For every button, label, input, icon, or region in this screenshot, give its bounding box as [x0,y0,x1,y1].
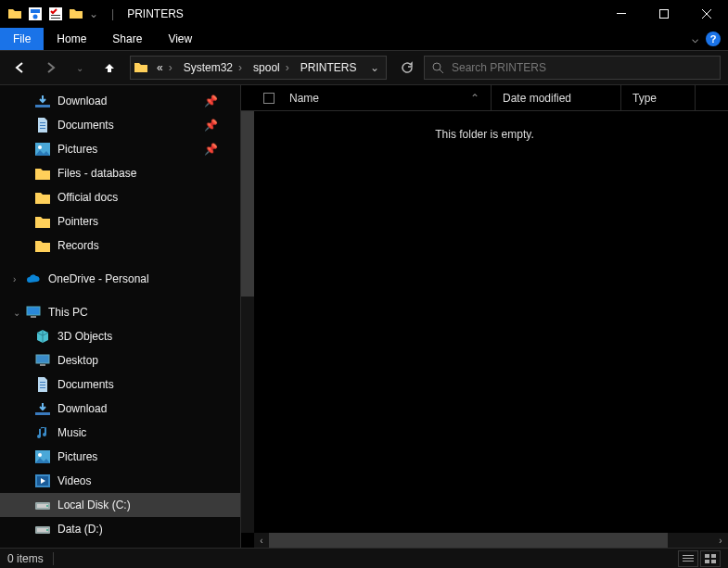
svg-rect-11 [40,125,45,126]
recent-chevron-icon[interactable]: ⌄ [67,55,93,81]
sidebar-item-label: Desktop [57,354,98,367]
document-icon [35,118,50,133]
svg-rect-40 [705,560,709,563]
help-icon[interactable]: ? [706,32,721,46]
sidebar-item-official-docs[interactable]: Official docs [0,185,240,209]
svg-rect-41 [711,560,716,563]
drive-icon [35,498,50,512]
sidebar-item-files-database[interactable]: Files - database [0,161,240,185]
search-input[interactable] [452,61,712,74]
sidebar-item-music[interactable]: Music [0,421,240,445]
sidebar-item-label: Data (D:) [57,523,103,536]
sidebar-item-label: Pictures [57,450,97,463]
up-button[interactable] [96,55,122,81]
vertical-scrollbar[interactable] [241,111,254,533]
svg-point-29 [46,505,48,507]
svg-rect-1 [31,9,40,13]
sidebar-item-label: Records [57,239,99,252]
checklist-icon[interactable] [48,6,63,21]
svg-rect-12 [40,128,45,129]
search-box[interactable] [424,56,721,80]
ribbon-collapse-icon[interactable]: ⌵ [692,32,698,45]
breadcrumb-printers[interactable]: PRINTERS [295,61,363,74]
svg-point-14 [38,145,42,149]
sidebar-item-local-disk-c-[interactable]: Local Disk (C:) [0,493,240,517]
breadcrumb-system32[interactable]: System32 › [178,61,248,74]
svg-rect-20 [40,385,45,385]
address-chevron-icon[interactable]: ⌄ [364,57,386,79]
sidebar-onedrive[interactable]: › OneDrive - Personal [0,267,240,291]
title-separator: | [111,7,114,20]
3d-icon [35,329,50,344]
breadcrumb-ellipsis[interactable]: « › [151,61,178,74]
view-details-button[interactable] [678,550,698,567]
select-all-checkbox[interactable] [260,93,278,104]
tab-file[interactable]: File [0,28,44,50]
back-button[interactable] [7,55,33,81]
document-icon [35,377,50,392]
scroll-left-icon[interactable]: ‹ [254,533,269,548]
qat-chevron-icon[interactable]: ⌄ [89,7,98,20]
pin-icon: 📌 [204,119,218,132]
svg-rect-16 [31,316,36,318]
sidebar-item-pictures[interactable]: Pictures📌 [0,137,240,161]
sidebar-item-label: Download [57,402,107,415]
svg-rect-18 [40,364,45,366]
svg-rect-7 [660,10,669,19]
save-icon[interactable] [28,6,43,21]
caret-icon[interactable]: › [13,274,16,284]
column-name[interactable]: Name⌃ [278,85,492,110]
tab-view[interactable]: View [155,28,205,50]
status-bar: 0 items [0,548,728,568]
forward-button[interactable] [37,55,63,81]
svg-rect-37 [683,561,694,562]
folder-icon [35,214,50,229]
sidebar-this-pc[interactable]: ⌄ This PC [0,300,240,324]
svg-point-8 [433,63,441,70]
sidebar-item-3d-objects[interactable]: 3D Objects [0,324,240,348]
refresh-button[interactable] [394,55,420,81]
column-date[interactable]: Date modified [492,85,621,110]
maximize-button[interactable] [643,0,685,28]
file-list: Name⌃ Date modified Type This folder is … [241,85,728,548]
sidebar-item-label: This PC [48,306,88,319]
scroll-right-icon[interactable]: › [713,533,728,548]
sidebar-item-documents[interactable]: Documents [0,372,240,397]
column-type[interactable]: Type [621,85,696,110]
sidebar-item-label: OneDrive - Personal [48,272,149,285]
svg-rect-17 [36,355,49,363]
caret-icon[interactable]: ⌄ [13,308,20,318]
folder-icon [35,190,50,205]
sidebar-item-label: Music [57,426,86,439]
svg-rect-4 [51,15,60,16]
close-button[interactable] [685,0,728,28]
tab-share[interactable]: Share [99,28,155,50]
horizontal-scrollbar[interactable]: ‹ › [254,533,728,548]
cloud-icon [26,271,41,286]
sidebar-item-pointers[interactable]: Pointers [0,209,240,234]
sidebar-item-download[interactable]: Download [0,397,240,421]
sidebar-item-desktop[interactable]: Desktop [0,348,240,372]
search-icon [432,62,444,74]
sidebar-item-label: Official docs [57,191,118,204]
minimize-button[interactable] [600,0,643,28]
videos-icon [35,473,50,488]
sidebar-item-data-d-[interactable]: Data (D:) [0,517,240,541]
sidebar-item-download[interactable]: Download📌 [0,89,240,113]
sidebar-item-videos[interactable]: Videos [0,469,240,493]
svg-point-32 [46,529,48,531]
column-header-row: Name⌃ Date modified Type [241,85,728,111]
sidebar-item-documents[interactable]: Documents📌 [0,113,240,137]
sidebar-item-pictures[interactable]: Pictures [0,445,240,469]
breadcrumb-spool[interactable]: spool › [248,61,295,74]
view-thumbnails-button[interactable] [700,550,721,567]
svg-rect-10 [40,122,45,123]
empty-folder-message: This folder is empty. [241,111,728,158]
pin-icon: 📌 [204,95,218,107]
title-bar: ⌄ | PRINTERS [0,0,728,28]
tab-home[interactable]: Home [44,28,99,50]
drive-icon [35,522,50,536]
sidebar-item-label: Download [57,95,107,107]
address-bar[interactable]: « › System32 › spool › PRINTERS ⌄ [130,56,387,80]
sidebar-item-records[interactable]: Records [0,234,240,258]
